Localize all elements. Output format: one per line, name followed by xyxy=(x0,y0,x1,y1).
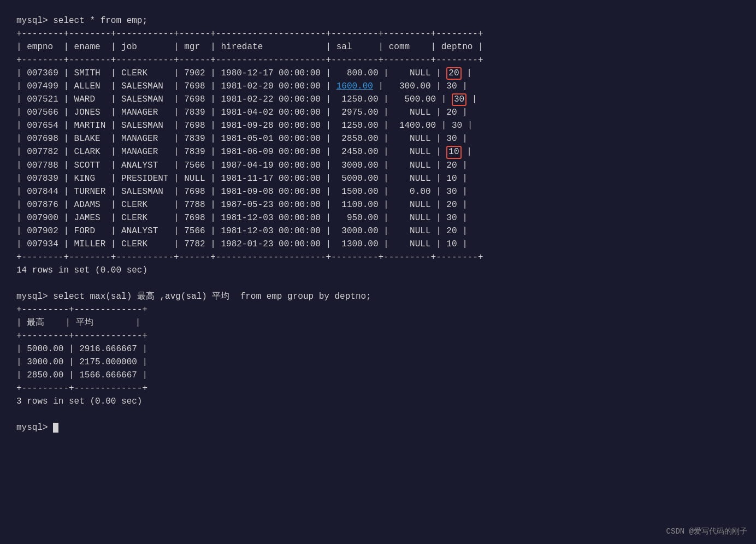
table-row: | 007788 | SCOTT | ANALYST | 7566 | 1987… xyxy=(16,159,740,172)
table-row: | 007782 | CLARK | MANAGER | 7839 | 1981… xyxy=(16,145,740,158)
result2: 3 rows in set (0.00 sec) xyxy=(16,395,740,408)
table-row: | 007566 | JONES | MANAGER | 7839 | 1981… xyxy=(16,106,740,119)
deptno-highlight: 10 xyxy=(446,146,461,158)
table-row: | 007902 | FORD | ANALYST | 7566 | 1981-… xyxy=(16,224,740,238)
terminal: mysql> select * from emp; +--------+----… xyxy=(11,9,745,440)
sep3: +--------+--------+-----------+------+--… xyxy=(16,251,740,264)
sep2: +--------+--------+-----------+------+--… xyxy=(16,54,740,67)
deptno-highlight: 30 xyxy=(452,93,466,106)
header1: | empno | ename | job | mgr | hiredate |… xyxy=(16,40,740,54)
query1-line: mysql> select * from emp; xyxy=(16,14,740,27)
table-row: | 007844 | TURNER | SALESMAN | 7698 | 19… xyxy=(16,185,740,198)
table-row: | 007839 | KING | PRESIDENT | NULL | 198… xyxy=(16,172,740,185)
deptno-highlight: 20 xyxy=(446,67,461,80)
header2: | 最高 | 平均 | xyxy=(16,316,740,329)
sep5: +---------+-------------+ xyxy=(16,329,740,342)
table-row: | 007900 | JAMES | CLERK | 7698 | 1981-1… xyxy=(16,211,740,224)
table2-row: | 5000.00 | 2916.666667 | xyxy=(16,342,740,356)
result1: 14 rows in set (0.00 sec) xyxy=(16,264,740,277)
table-row: | 007698 | BLAKE | MANAGER | 7839 | 1981… xyxy=(16,132,740,145)
sal-link: 1600.00 xyxy=(336,81,373,91)
table-row: | 007521 | WARD | SALESMAN | 7698 | 1981… xyxy=(16,93,740,106)
final-prompt: mysql> xyxy=(16,421,740,434)
table-row: | 007876 | ADAMS | CLERK | 7788 | 1987-0… xyxy=(16,198,740,211)
sep4: +---------+-------------+ xyxy=(16,303,740,316)
table-row: | 007654 | MARTIN | SALESMAN | 7698 | 19… xyxy=(16,119,740,132)
table2-row: | 2850.00 | 1566.666667 | xyxy=(16,369,740,382)
table-row: | 007934 | MILLER | CLERK | 7782 | 1982-… xyxy=(16,238,740,251)
table-rows: | 007369 | SMITH | CLERK | 7902 | 1980-1… xyxy=(16,67,740,251)
watermark: CSDN @爱写代码的刚子 xyxy=(666,526,747,537)
sep6: +---------+-------------+ xyxy=(16,382,740,395)
sep1: +--------+--------+-----------+------+--… xyxy=(16,27,740,40)
query2-line: mysql> select max(sal) 最高 ,avg(sal) 平均 f… xyxy=(16,290,740,303)
table-row: | 007369 | SMITH | CLERK | 7902 | 1980-1… xyxy=(16,67,740,80)
table2-row: | 3000.00 | 2175.000000 | xyxy=(16,356,740,369)
table2-rows: | 5000.00 | 2916.666667 || 3000.00 | 217… xyxy=(16,342,740,382)
table-row: | 007499 | ALLEN | SALESMAN | 7698 | 198… xyxy=(16,80,740,93)
